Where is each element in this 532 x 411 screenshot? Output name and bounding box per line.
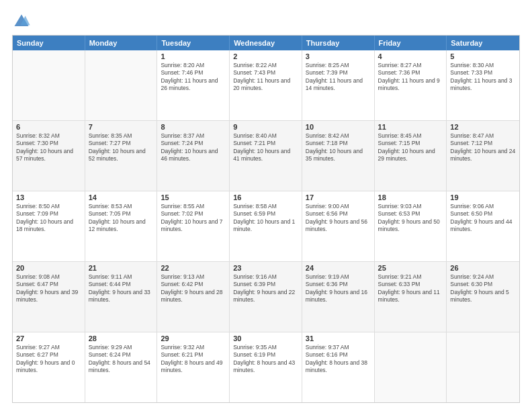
calendar-cell <box>375 332 447 402</box>
day-header-thursday: Thursday <box>302 36 375 50</box>
calendar-row-3: 13Sunrise: 8:50 AM Sunset: 7:09 PM Dayli… <box>13 191 519 261</box>
calendar-cell: 23Sunrise: 9:16 AM Sunset: 6:39 PM Dayli… <box>230 262 302 332</box>
day-number: 29 <box>161 334 226 342</box>
day-info: Sunrise: 9:29 AM Sunset: 6:24 PM Dayligh… <box>89 344 154 375</box>
day-number: 11 <box>378 123 443 131</box>
calendar-cell: 7Sunrise: 8:35 AM Sunset: 7:27 PM Daylig… <box>85 121 158 191</box>
day-number: 19 <box>450 193 516 201</box>
calendar-cell: 1Sunrise: 8:20 AM Sunset: 7:46 PM Daylig… <box>157 50 230 120</box>
calendar-row-1: 1Sunrise: 8:20 AM Sunset: 7:46 PM Daylig… <box>13 50 519 120</box>
logo-icon <box>12 12 31 31</box>
day-header-saturday: Saturday <box>447 36 519 50</box>
day-info: Sunrise: 9:13 AM Sunset: 6:42 PM Dayligh… <box>161 273 226 304</box>
calendar-cell: 18Sunrise: 9:03 AM Sunset: 6:53 PM Dayli… <box>375 191 447 261</box>
day-number: 1 <box>161 52 226 60</box>
calendar-cell: 16Sunrise: 8:58 AM Sunset: 6:59 PM Dayli… <box>230 191 302 261</box>
day-number: 9 <box>233 123 298 131</box>
day-info: Sunrise: 8:58 AM Sunset: 6:59 PM Dayligh… <box>233 203 298 234</box>
day-info: Sunrise: 9:06 AM Sunset: 6:50 PM Dayligh… <box>450 203 516 234</box>
day-info: Sunrise: 9:35 AM Sunset: 6:19 PM Dayligh… <box>233 344 298 375</box>
day-info: Sunrise: 8:22 AM Sunset: 7:43 PM Dayligh… <box>233 62 298 93</box>
header <box>12 12 520 31</box>
day-number: 22 <box>161 264 226 272</box>
day-info: Sunrise: 9:11 AM Sunset: 6:44 PM Dayligh… <box>89 273 154 304</box>
calendar-cell <box>85 50 158 120</box>
calendar-cell: 31Sunrise: 9:37 AM Sunset: 6:16 PM Dayli… <box>302 332 375 402</box>
day-number: 30 <box>233 334 298 342</box>
day-info: Sunrise: 8:50 AM Sunset: 7:09 PM Dayligh… <box>16 203 81 234</box>
day-info: Sunrise: 9:37 AM Sunset: 6:16 PM Dayligh… <box>306 344 371 375</box>
day-info: Sunrise: 8:47 AM Sunset: 7:12 PM Dayligh… <box>450 132 516 163</box>
day-info: Sunrise: 8:25 AM Sunset: 7:39 PM Dayligh… <box>306 62 371 93</box>
calendar-body: 1Sunrise: 8:20 AM Sunset: 7:46 PM Daylig… <box>13 50 519 402</box>
day-number: 24 <box>306 264 371 272</box>
day-number: 31 <box>306 334 371 342</box>
day-number: 8 <box>161 123 226 131</box>
day-info: Sunrise: 8:32 AM Sunset: 7:30 PM Dayligh… <box>16 132 81 163</box>
calendar-cell: 12Sunrise: 8:47 AM Sunset: 7:12 PM Dayli… <box>447 121 519 191</box>
day-info: Sunrise: 9:00 AM Sunset: 6:56 PM Dayligh… <box>306 203 371 234</box>
calendar-row-5: 27Sunrise: 9:27 AM Sunset: 6:27 PM Dayli… <box>13 332 519 402</box>
calendar-cell: 2Sunrise: 8:22 AM Sunset: 7:43 PM Daylig… <box>230 50 302 120</box>
calendar-cell: 15Sunrise: 8:55 AM Sunset: 7:02 PM Dayli… <box>157 191 230 261</box>
day-info: Sunrise: 8:30 AM Sunset: 7:33 PM Dayligh… <box>450 62 516 93</box>
day-number: 12 <box>450 123 516 131</box>
day-info: Sunrise: 9:19 AM Sunset: 6:36 PM Dayligh… <box>306 273 371 304</box>
day-header-tuesday: Tuesday <box>157 36 230 50</box>
calendar-cell: 27Sunrise: 9:27 AM Sunset: 6:27 PM Dayli… <box>13 332 85 402</box>
calendar-cell: 9Sunrise: 8:40 AM Sunset: 7:21 PM Daylig… <box>230 121 302 191</box>
day-number: 17 <box>306 193 371 201</box>
calendar-cell: 26Sunrise: 9:24 AM Sunset: 6:30 PM Dayli… <box>447 262 519 332</box>
day-number: 14 <box>89 193 154 201</box>
calendar-cell: 8Sunrise: 8:37 AM Sunset: 7:24 PM Daylig… <box>157 121 230 191</box>
calendar-cell <box>13 50 85 120</box>
day-info: Sunrise: 9:16 AM Sunset: 6:39 PM Dayligh… <box>233 273 298 304</box>
day-number: 28 <box>89 334 154 342</box>
calendar-cell: 10Sunrise: 8:42 AM Sunset: 7:18 PM Dayli… <box>302 121 375 191</box>
day-info: Sunrise: 8:42 AM Sunset: 7:18 PM Dayligh… <box>306 132 371 163</box>
day-number: 3 <box>306 52 371 60</box>
calendar-cell: 17Sunrise: 9:00 AM Sunset: 6:56 PM Dayli… <box>302 191 375 261</box>
day-header-friday: Friday <box>375 36 447 50</box>
day-number: 13 <box>16 193 81 201</box>
calendar-cell: 4Sunrise: 8:27 AM Sunset: 7:36 PM Daylig… <box>375 50 447 120</box>
calendar-cell: 19Sunrise: 9:06 AM Sunset: 6:50 PM Dayli… <box>447 191 519 261</box>
day-info: Sunrise: 8:53 AM Sunset: 7:05 PM Dayligh… <box>89 203 154 234</box>
calendar-cell: 28Sunrise: 9:29 AM Sunset: 6:24 PM Dayli… <box>85 332 158 402</box>
day-info: Sunrise: 9:27 AM Sunset: 6:27 PM Dayligh… <box>16 344 81 375</box>
day-info: Sunrise: 8:20 AM Sunset: 7:46 PM Dayligh… <box>161 62 226 93</box>
calendar-cell: 24Sunrise: 9:19 AM Sunset: 6:36 PM Dayli… <box>302 262 375 332</box>
day-info: Sunrise: 9:24 AM Sunset: 6:30 PM Dayligh… <box>450 273 516 304</box>
day-info: Sunrise: 8:55 AM Sunset: 7:02 PM Dayligh… <box>161 203 226 234</box>
day-number: 20 <box>16 264 81 272</box>
calendar-cell: 22Sunrise: 9:13 AM Sunset: 6:42 PM Dayli… <box>157 262 230 332</box>
day-info: Sunrise: 9:32 AM Sunset: 6:21 PM Dayligh… <box>161 344 226 375</box>
page: SundayMondayTuesdayWednesdayThursdayFrid… <box>0 0 532 411</box>
calendar-cell: 13Sunrise: 8:50 AM Sunset: 7:09 PM Dayli… <box>13 191 85 261</box>
day-info: Sunrise: 8:27 AM Sunset: 7:36 PM Dayligh… <box>378 62 443 93</box>
calendar-cell: 30Sunrise: 9:35 AM Sunset: 6:19 PM Dayli… <box>230 332 302 402</box>
day-number: 10 <box>306 123 371 131</box>
calendar-header: SundayMondayTuesdayWednesdayThursdayFrid… <box>13 36 519 50</box>
day-number: 18 <box>378 193 443 201</box>
day-number: 16 <box>233 193 298 201</box>
calendar-row-4: 20Sunrise: 9:08 AM Sunset: 6:47 PM Dayli… <box>13 261 519 332</box>
day-number: 15 <box>161 193 226 201</box>
day-info: Sunrise: 8:37 AM Sunset: 7:24 PM Dayligh… <box>161 132 226 163</box>
day-number: 23 <box>233 264 298 272</box>
calendar-cell: 6Sunrise: 8:32 AM Sunset: 7:30 PM Daylig… <box>13 121 85 191</box>
calendar-cell: 21Sunrise: 9:11 AM Sunset: 6:44 PM Dayli… <box>85 262 158 332</box>
day-header-wednesday: Wednesday <box>230 36 302 50</box>
calendar-cell: 14Sunrise: 8:53 AM Sunset: 7:05 PM Dayli… <box>85 191 158 261</box>
day-number: 5 <box>450 52 516 60</box>
day-number: 25 <box>378 264 443 272</box>
day-info: Sunrise: 8:40 AM Sunset: 7:21 PM Dayligh… <box>233 132 298 163</box>
day-info: Sunrise: 9:21 AM Sunset: 6:33 PM Dayligh… <box>378 273 443 304</box>
day-header-monday: Monday <box>85 36 158 50</box>
day-info: Sunrise: 9:08 AM Sunset: 6:47 PM Dayligh… <box>16 273 81 304</box>
day-info: Sunrise: 8:35 AM Sunset: 7:27 PM Dayligh… <box>89 132 154 163</box>
day-info: Sunrise: 8:45 AM Sunset: 7:15 PM Dayligh… <box>378 132 443 163</box>
day-number: 27 <box>16 334 81 342</box>
calendar-cell: 25Sunrise: 9:21 AM Sunset: 6:33 PM Dayli… <box>375 262 447 332</box>
calendar-cell: 29Sunrise: 9:32 AM Sunset: 6:21 PM Dayli… <box>157 332 230 402</box>
